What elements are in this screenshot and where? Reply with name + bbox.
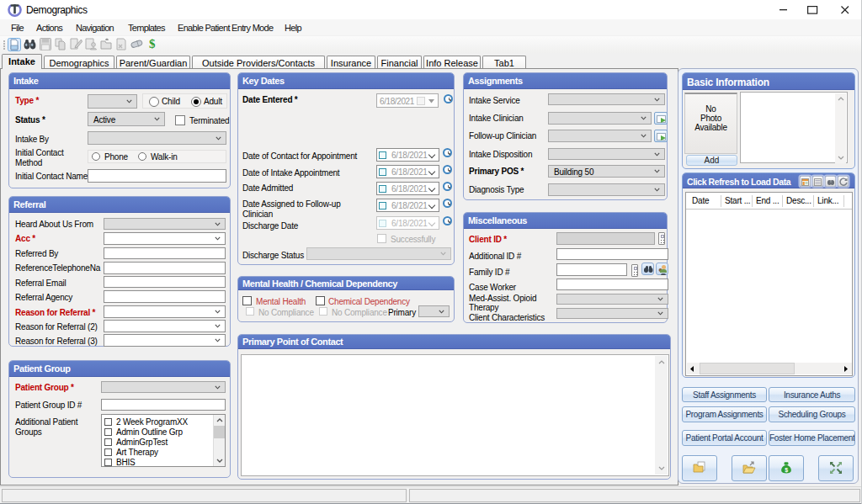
svg-text:$: $ xyxy=(785,466,788,473)
